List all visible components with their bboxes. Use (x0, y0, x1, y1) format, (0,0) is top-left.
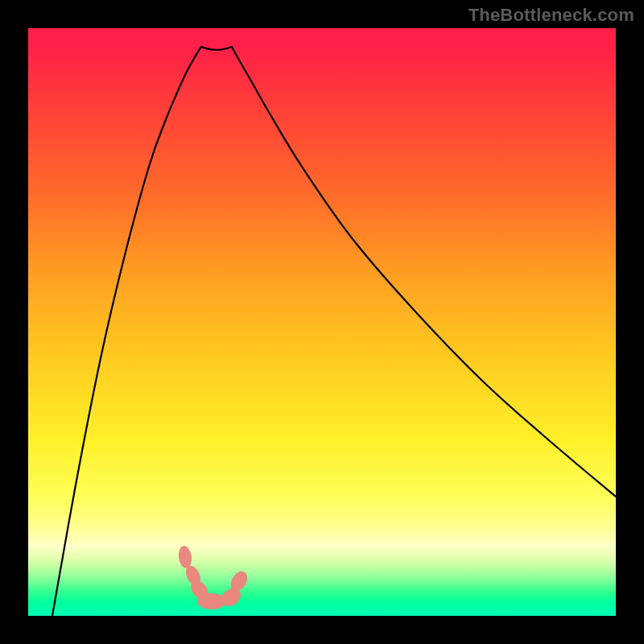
series-left-branch (52, 47, 201, 616)
series-bottom-join (201, 47, 232, 50)
series-right-branch (232, 47, 616, 497)
chart-svg (28, 28, 616, 616)
marker-0 (177, 545, 193, 569)
curve-lines (52, 47, 616, 616)
chart-frame: TheBottleneck.com (0, 0, 644, 644)
watermark-text: TheBottleneck.com (469, 5, 634, 26)
plot-area (28, 28, 616, 616)
curve-markers (177, 545, 250, 610)
